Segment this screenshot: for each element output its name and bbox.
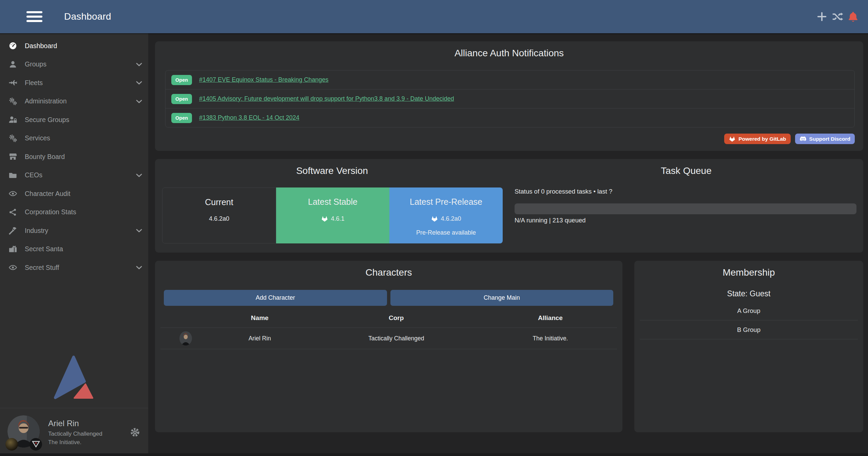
page-title: Dashboard xyxy=(64,11,111,22)
sidebar-item-corporation-stats[interactable]: Corporation Stats xyxy=(0,203,148,222)
sidebar-item-secret-santa[interactable]: Secret Santa xyxy=(0,240,148,259)
column-header-corp: Corp xyxy=(309,314,484,322)
change-main-button[interactable]: Change Main xyxy=(390,290,614,306)
badge-label: Powered by GitLab xyxy=(738,136,786,142)
alliance-auth-triangle-logo xyxy=(54,355,95,399)
version-number: 4.6.2a0 xyxy=(209,215,229,222)
user-avatar-group xyxy=(7,415,41,449)
sidebar-item-bounty-board[interactable]: Bounty Board xyxy=(0,147,148,166)
eye-icon xyxy=(8,189,17,198)
store-icon xyxy=(8,152,17,161)
shuffle-icon[interactable] xyxy=(831,11,844,23)
pre-release-note: Pre-Release available xyxy=(389,229,503,236)
status-badge: Open xyxy=(171,94,192,104)
notifications-title: Alliance Auth Notifications xyxy=(155,41,863,59)
discord-icon xyxy=(799,135,807,142)
footer-badges: Powered by GitLab Support Discord xyxy=(724,134,855,144)
powered-by-gitlab-badge[interactable]: Powered by GitLab xyxy=(724,134,790,144)
alliance-logo-badge xyxy=(30,438,42,451)
gear-icon[interactable] xyxy=(129,427,141,438)
version-number: 4.6.1 xyxy=(331,215,344,222)
status-badge: Open xyxy=(171,113,192,123)
character-portrait xyxy=(179,331,192,345)
list-item: A Group xyxy=(640,301,858,320)
column-header-alliance: Alliance xyxy=(484,314,617,322)
plus-icon[interactable] xyxy=(816,11,828,23)
sidebar-menu: Dashboard Groups Fleets Administration S… xyxy=(0,33,148,277)
sidebar-item-label: Corporation Stats xyxy=(25,208,76,216)
characters-panel: Characters Add Character Change Main Nam… xyxy=(155,261,622,432)
cogs-icon xyxy=(8,134,17,143)
software-version-section: Software Version Current 4.6.2a0 Latest … xyxy=(155,159,509,253)
badge-label: Support Discord xyxy=(809,136,850,142)
task-status-line: Status of 0 processed tasks • last ? xyxy=(515,188,612,195)
gitlab-icon xyxy=(431,215,438,222)
character-name: Ariel Rin xyxy=(211,335,309,342)
sidebar-item-secret-stuff[interactable]: Secret Stuff xyxy=(0,258,148,277)
folder-icon xyxy=(8,171,17,180)
sidebar-item-ceos[interactable]: CEOs xyxy=(0,166,148,185)
sidebar-item-industry[interactable]: Industry xyxy=(0,221,148,240)
current-version-box: Current 4.6.2a0 xyxy=(162,187,276,243)
user-lock-icon xyxy=(8,115,17,124)
task-progress-bar xyxy=(515,203,856,214)
sidebar-item-label: Character Audit xyxy=(25,190,70,198)
version-box-title: Latest Pre-Release xyxy=(389,197,503,207)
user-icon xyxy=(8,60,17,69)
gitlab-icon xyxy=(321,215,328,222)
notifications-list: Open #1407 EVE Equinox Status - Breaking… xyxy=(165,70,855,127)
task-queue-line: N/A running | 213 queued xyxy=(515,217,586,224)
sidebar: Dashboard Groups Fleets Administration S… xyxy=(0,33,148,456)
list-item: B Group xyxy=(640,320,858,339)
menu-toggle-button[interactable] xyxy=(26,11,42,22)
notification-link[interactable]: #1405 Advisory: Future development will … xyxy=(199,95,454,102)
tachometer-icon xyxy=(8,41,17,50)
membership-title: Membership xyxy=(634,261,863,278)
notification-link[interactable]: #1383 Python 3.8 EOL - 14 Oct 2024 xyxy=(199,114,300,121)
sidebar-item-character-audit[interactable]: Character Audit xyxy=(0,184,148,203)
sidebar-item-services[interactable]: Services xyxy=(0,129,148,148)
sidebar-item-label: Fleets xyxy=(25,79,43,87)
navbar-actions xyxy=(816,11,859,23)
character-corp: Tactically Challenged xyxy=(309,335,484,342)
list-item: Open #1405 Advisory: Future development … xyxy=(166,90,854,108)
table-row: Ariel Rin Tactically Challenged The Init… xyxy=(160,328,617,349)
column-header-name: Name xyxy=(211,314,309,322)
task-queue-title: Task Queue xyxy=(509,159,863,176)
version-box-title: Current xyxy=(162,197,276,207)
chevron-down-icon xyxy=(135,226,143,235)
sidebar-item-fleets[interactable]: Fleets xyxy=(0,74,148,92)
share-icon xyxy=(8,208,17,217)
bell-icon[interactable] xyxy=(847,11,859,23)
support-discord-badge[interactable]: Support Discord xyxy=(795,134,855,144)
software-version-title: Software Version xyxy=(155,159,509,176)
latest-pre-release-box: Latest Pre-Release 4.6.2a0 Pre-Release a… xyxy=(389,187,503,243)
software-version-task-queue-panel: Software Version Current 4.6.2a0 Latest … xyxy=(155,159,863,253)
version-number: 4.6.2a0 xyxy=(441,215,461,222)
alliance-auth-dashboard: Dashboard Dashboard Groups Fleets xyxy=(0,0,868,456)
sidebar-item-label: Dashboard xyxy=(25,42,57,50)
corp-logo-badge xyxy=(5,438,18,451)
add-character-button[interactable]: Add Character xyxy=(164,290,387,306)
character-alliance: The Initiative. xyxy=(484,335,617,342)
sidebar-item-secure-groups[interactable]: Secure Groups xyxy=(0,111,148,129)
sidebar-item-administration[interactable]: Administration xyxy=(0,92,148,111)
sidebar-user-panel: Ariel Rin Tactically Challenged The Init… xyxy=(0,408,148,456)
user-info: Ariel Rin Tactically Challenged The Init… xyxy=(48,419,102,445)
sidebar-item-label: CEOs xyxy=(25,171,42,179)
user-alliance: The Initiative. xyxy=(48,439,102,445)
notification-link[interactable]: #1407 EVE Equinox Status - Breaking Chan… xyxy=(199,76,328,83)
user-corporation: Tactically Challenged xyxy=(48,431,102,437)
eye-icon xyxy=(8,263,17,272)
fighter-jet-icon xyxy=(8,78,17,87)
sidebar-item-label: Secure Groups xyxy=(25,116,69,124)
status-badge: Open xyxy=(171,75,192,85)
sidebar-item-label: Secret Santa xyxy=(25,245,63,253)
characters-title: Characters xyxy=(155,261,622,278)
sidebar-item-groups[interactable]: Groups xyxy=(0,55,148,74)
gifts-icon xyxy=(8,245,17,254)
sidebar-item-dashboard[interactable]: Dashboard xyxy=(0,37,148,55)
membership-state: State: Guest xyxy=(634,289,863,298)
version-boxes: Current 4.6.2a0 Latest Stable 4.6.1 Late… xyxy=(162,187,503,243)
bottom-edge-strip xyxy=(0,453,868,456)
